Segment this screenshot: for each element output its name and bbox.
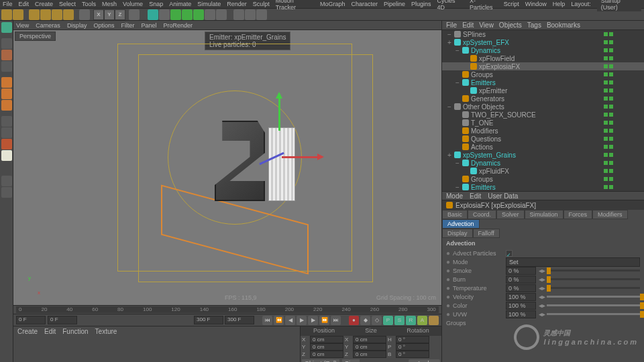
snap-toggle[interactable]: [1, 139, 12, 149]
tab-simulation[interactable]: Simulation: [525, 210, 564, 219]
obj-menu-view[interactable]: View: [479, 21, 494, 29]
tree-item-xpsystem_grains[interactable]: +xpSystem_Grains: [442, 151, 644, 159]
planar-workplane[interactable]: [1, 187, 12, 198]
play-forward[interactable]: ▶: [297, 316, 307, 325]
render-settings-button[interactable]: [256, 9, 267, 20]
param-key[interactable]: A: [417, 316, 427, 325]
rotate-tool[interactable]: [63, 9, 74, 20]
view-menu-cameras[interactable]: Cameras: [36, 22, 60, 29]
size-mode-select[interactable]: Size: [342, 359, 360, 362]
pos-key[interactable]: P: [383, 316, 393, 325]
edges-mode[interactable]: [1, 88, 12, 99]
tree-item-xpexplosiafx[interactable]: xpExplosiaFX: [442, 62, 644, 70]
menu-mograph[interactable]: MoGraph: [320, 1, 345, 7]
undo-button[interactable]: [1, 9, 12, 20]
mode-select[interactable]: Set: [506, 257, 640, 267]
mat-menu-texture[interactable]: Texture: [95, 328, 117, 335]
menu-snap[interactable]: Snap: [149, 1, 163, 7]
current-frame[interactable]: 0 F: [48, 316, 77, 324]
mat-menu-create[interactable]: Create: [17, 328, 38, 335]
tree-item-dynamics[interactable]: −Dynamics: [442, 46, 644, 54]
uvw-value[interactable]: 100 %: [506, 310, 536, 318]
deformer-button[interactable]: [182, 9, 193, 20]
temp-slider[interactable]: [547, 287, 640, 289]
pla-key[interactable]: [429, 316, 439, 325]
obj-menu-bookmarks[interactable]: Bookmarks: [547, 21, 580, 29]
z-axis-toggle[interactable]: Z: [115, 9, 125, 20]
menu-window[interactable]: Window: [525, 1, 547, 7]
timeline-ruler[interactable]: 0204060801001201401601802002202402602803…: [16, 306, 439, 313]
view-menu-filter[interactable]: Filter: [121, 22, 134, 29]
timeline[interactable]: 0204060801001201401601802002202402602803…: [13, 305, 441, 314]
menu-select[interactable]: Select: [59, 1, 76, 7]
menu-script[interactable]: Script: [504, 1, 519, 7]
tab-advection[interactable]: Advection: [442, 219, 480, 229]
spline-primitive[interactable]: [159, 9, 170, 20]
render-pv-button[interactable]: [245, 9, 256, 20]
menu-create[interactable]: Create: [35, 1, 53, 7]
tree-item-actions[interactable]: Actions: [442, 143, 644, 151]
end-frame-2[interactable]: 300 F: [225, 316, 254, 324]
redo-button[interactable]: [13, 9, 23, 20]
view-menu-view[interactable]: View: [16, 22, 29, 29]
uvw-slider[interactable]: [547, 313, 640, 315]
tree-item-other objects[interactable]: −Other Objects: [442, 103, 644, 111]
record-button[interactable]: ●: [349, 316, 359, 325]
tree-item-emitters[interactable]: −Emitters: [442, 183, 644, 191]
model-mode[interactable]: [1, 38, 12, 49]
tree-item-xpfluidfx[interactable]: xpFluidFX: [442, 167, 644, 175]
burn-slider[interactable]: [547, 278, 640, 280]
attr-menu-user-data[interactable]: User Data: [488, 192, 518, 200]
velocity-value[interactable]: 100 %: [506, 293, 536, 301]
select-tool[interactable]: [29, 9, 40, 20]
obj-menu-tags[interactable]: Tags: [527, 21, 541, 29]
tree-item-splines[interactable]: −SPlines: [442, 30, 644, 38]
smoke-value[interactable]: 0 %: [506, 267, 536, 275]
viewport-solo[interactable]: [1, 127, 12, 138]
x-axis-toggle[interactable]: X: [93, 9, 104, 20]
menu-render[interactable]: Render: [227, 1, 247, 7]
menu-help[interactable]: Help: [553, 1, 566, 7]
y-axis-toggle[interactable]: Y: [104, 9, 115, 20]
locked-workplane[interactable]: [1, 176, 12, 186]
tree-item-xpflowfield[interactable]: xpFlowField: [442, 54, 644, 62]
points-mode[interactable]: [1, 77, 12, 88]
step-fwd-key[interactable]: ⏩: [319, 316, 329, 325]
attr-menu-edit[interactable]: Edit: [470, 192, 481, 200]
velocity-slider[interactable]: [547, 296, 640, 298]
camera-button[interactable]: [205, 9, 215, 20]
mat-menu-edit[interactable]: Edit: [44, 328, 56, 335]
menu-motion-tracker[interactable]: Motion Tracker: [276, 0, 314, 11]
view-menu-options[interactable]: Options: [93, 22, 114, 29]
menu-sculpt[interactable]: Sculpt: [253, 1, 270, 7]
tab-display[interactable]: Display: [442, 229, 473, 238]
scale-key[interactable]: S: [394, 316, 405, 325]
start-frame[interactable]: 0 F: [16, 316, 46, 324]
move-tool[interactable]: [40, 9, 51, 20]
viewport[interactable]: Perspective Emitter: xpEmitter_Grains Li…: [13, 30, 441, 305]
layout-value[interactable]: Startup (User): [597, 0, 641, 11]
history-button[interactable]: [79, 9, 90, 20]
goto-end[interactable]: ⏭: [331, 316, 341, 325]
tree-item-t_one[interactable]: T_ONE: [442, 119, 644, 127]
menu-simulate[interactable]: Simulate: [197, 1, 221, 7]
color-value[interactable]: 100 %: [506, 302, 536, 310]
environment-button[interactable]: [193, 9, 204, 20]
menu-character[interactable]: Character: [351, 1, 378, 7]
menu-edit[interactable]: Edit: [19, 1, 30, 7]
quantize-toggle[interactable]: [1, 150, 12, 161]
menu-pipeline[interactable]: Pipeline: [384, 1, 405, 7]
advect-checkbox[interactable]: [506, 250, 513, 257]
tree-item-groups[interactable]: Groups: [442, 70, 644, 78]
goto-start[interactable]: ⏮: [262, 316, 272, 325]
step-back[interactable]: ◀: [285, 316, 295, 325]
tree-item-xpemitter[interactable]: xpEmitter: [442, 86, 644, 95]
tab-falloff[interactable]: Falloff: [473, 229, 500, 238]
smoke-slider[interactable]: [547, 269, 640, 272]
tab-basic[interactable]: Basic: [442, 210, 468, 219]
obj-menu-edit[interactable]: Edit: [462, 21, 474, 29]
axis-mode[interactable]: [1, 116, 12, 127]
tree-item-questions[interactable]: Questions: [442, 135, 644, 143]
tree-item-two_efx_source[interactable]: TWO_EFX_SOURCE: [442, 111, 644, 119]
coord-system-button[interactable]: [129, 9, 140, 20]
